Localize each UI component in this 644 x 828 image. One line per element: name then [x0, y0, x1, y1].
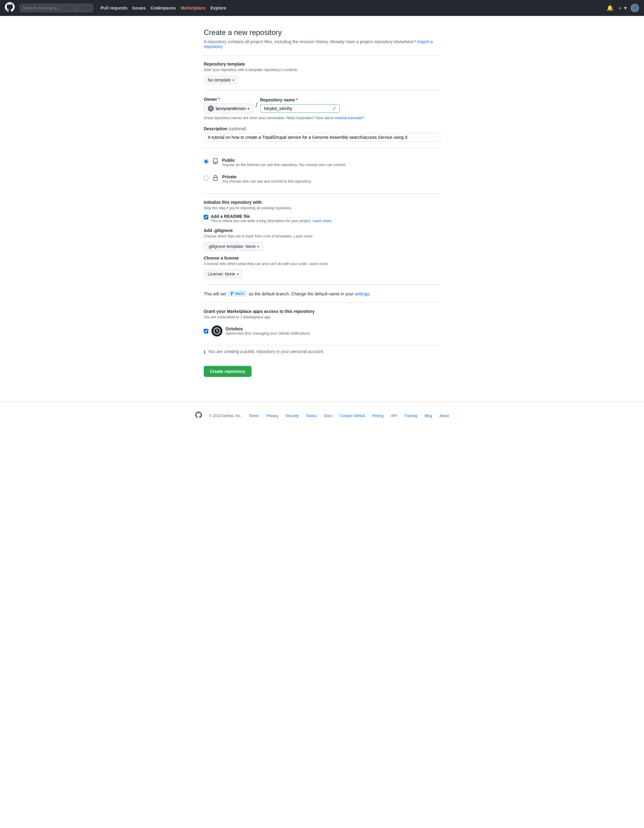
footer-security[interactable]: Security	[285, 414, 299, 418]
public-radio-label: Public	[222, 158, 346, 163]
license-desc: A license tells others what they can and…	[204, 262, 440, 266]
owner-chevron-icon: ▾	[248, 107, 249, 110]
template-section: Repository template Start your repositor…	[204, 61, 440, 84]
public-radio-desc: Anyone on the internet can see this repo…	[222, 163, 346, 167]
divider-4	[204, 193, 440, 194]
avatar[interactable]: 👤	[630, 4, 639, 12]
search-box[interactable]: /	[20, 4, 93, 12]
repo-name-required: *	[296, 97, 298, 102]
create-repository-button[interactable]: Create repository	[204, 366, 252, 377]
private-option[interactable]: Private You choose who can see and commi…	[204, 171, 440, 187]
divider-2	[204, 90, 440, 91]
license-chevron-icon: ▾	[237, 273, 239, 276]
info-box: ℹ You are creating a public repository i…	[204, 345, 440, 359]
description-input[interactable]	[204, 133, 440, 141]
owner-label: Owner *	[204, 97, 253, 102]
initialize-title: Initialize this repository with:	[204, 200, 440, 205]
repo-name-wrapper: ✓	[260, 104, 340, 113]
gitignore-label: Add .gitignore	[204, 228, 440, 233]
valid-check-icon: ✓	[332, 105, 337, 112]
private-radio-content: Private You choose who can see and commi…	[222, 174, 312, 183]
nav-explore[interactable]: Explore	[210, 6, 226, 10]
gitignore-value: .gitignore template: None	[208, 244, 255, 249]
public-radio-content: Public Anyone on the internet can see th…	[222, 158, 346, 167]
nav-marketplace[interactable]: Marketplace	[181, 6, 205, 10]
license-dropdown[interactable]: License: None ▾	[204, 270, 243, 278]
template-dropdown[interactable]: No template ▾	[204, 76, 238, 84]
app-info: Octobox Spend less time managing your Gi…	[226, 326, 310, 336]
default-branch-text: This will set main as the default branch…	[204, 291, 440, 296]
app-checkbox-wrapper	[204, 329, 208, 333]
main-content: Create a new repository A repository con…	[196, 16, 448, 401]
marketplace-title: Grant your Marketplace apps access to th…	[204, 309, 440, 314]
suggestion-link[interactable]: musical-pancake	[335, 116, 362, 120]
repo-name-field-group: Repository name * ✓	[260, 97, 340, 113]
marketplace-desc: You are subscribed to 1 Marketplace app	[204, 315, 440, 319]
repo-name-label: Repository name *	[260, 97, 340, 102]
gitignore-dropdown[interactable]: .gitignore template: None ▾	[204, 242, 263, 251]
footer-status[interactable]: Status	[306, 414, 317, 418]
github-logo-icon[interactable]	[5, 2, 15, 14]
readme-label: Add a README file	[211, 214, 250, 219]
owner-field-group: Owner * laceysanderson ▾	[204, 97, 253, 113]
public-option[interactable]: Public Anyone on the internet can see th…	[204, 154, 440, 171]
footer: © 2023 GitHub, Inc. Terms Privacy Securi…	[0, 401, 644, 430]
footer-about[interactable]: About	[439, 414, 449, 418]
owner-repo-row: Owner * laceysanderson ▾ / Repository na…	[204, 97, 440, 113]
footer-contact[interactable]: Contact GitHub	[340, 414, 365, 418]
settings-link[interactable]: settings.	[355, 292, 371, 296]
readme-learn-more[interactable]: Learn more.	[312, 219, 332, 223]
owner-avatar	[208, 105, 214, 111]
readme-desc: This is where you can write a long descr…	[211, 219, 332, 223]
description-section: Description (optional)	[204, 126, 440, 141]
readme-checkbox[interactable]	[204, 215, 208, 220]
gitignore-desc: Choose which files not to track from a l…	[204, 234, 440, 238]
description-optional: (optional)	[229, 126, 246, 131]
repo-name-input[interactable]	[260, 104, 340, 113]
license-label: Choose a license	[204, 256, 440, 260]
new-repo-icon[interactable]: ＋ ▾	[617, 4, 627, 12]
readme-label-content: Add a README file This is where you can …	[211, 214, 332, 223]
private-radio-desc: You choose who can see and commit to thi…	[222, 179, 312, 183]
readme-checkbox-row: Add a README file This is where you can …	[204, 214, 440, 223]
footer-privacy[interactable]: Privacy	[266, 414, 278, 418]
license-learn-more[interactable]: Learn more.	[309, 262, 329, 266]
notifications-icon[interactable]: 🔔	[606, 5, 613, 11]
gitignore-learn-more[interactable]: Learn more.	[293, 234, 313, 238]
navbar: / Pull requests Issues Codespaces Market…	[0, 0, 644, 16]
branch-badge: main	[228, 291, 247, 296]
divider-6	[204, 303, 440, 303]
page-subtitle: A repository contains all project files,…	[204, 39, 440, 49]
marketplace-app-row: Octobox Spend less time managing your Gi…	[204, 323, 440, 339]
app-avatar	[212, 325, 223, 337]
footer-terms[interactable]: Terms	[249, 414, 259, 418]
nav-issues[interactable]: Issues	[132, 6, 146, 10]
public-radio[interactable]	[204, 159, 208, 164]
nav-pull-requests[interactable]: Pull requests	[100, 6, 127, 10]
search-input[interactable]	[23, 6, 72, 10]
initialize-desc: Skip this step if you're importing an ex…	[204, 206, 440, 210]
app-checkbox[interactable]	[204, 329, 208, 333]
nav-links: Pull requests Issues Codespaces Marketpl…	[100, 6, 226, 10]
divider-1	[204, 55, 440, 55]
footer-training[interactable]: Training	[404, 414, 417, 418]
description-label: Description (optional)	[204, 126, 440, 131]
owner-required: *	[218, 97, 220, 102]
private-lock-icon	[212, 175, 218, 183]
app-name: Octobox	[226, 326, 310, 331]
footer-pricing[interactable]: Pricing	[372, 414, 384, 418]
gitignore-chevron-icon: ▾	[257, 245, 259, 248]
owner-name: laceysanderson	[216, 106, 246, 111]
marketplace-apps-section: Grant your Marketplace apps access to th…	[204, 309, 440, 339]
initialize-section: Initialize this repository with: Skip th…	[204, 200, 440, 278]
chevron-down-icon: ▾	[232, 78, 234, 82]
template-label: Repository template	[204, 61, 440, 66]
footer-api[interactable]: API	[391, 414, 397, 418]
owner-dropdown[interactable]: laceysanderson ▾	[204, 104, 253, 113]
nav-codespaces[interactable]: Codespaces	[151, 6, 176, 10]
footer-logo-icon	[195, 412, 202, 420]
footer-docs[interactable]: Docs	[324, 414, 332, 418]
private-radio[interactable]	[204, 176, 208, 180]
footer-copyright: © 2023 GitHub, Inc.	[209, 414, 242, 418]
footer-blog[interactable]: Blog	[425, 414, 432, 418]
